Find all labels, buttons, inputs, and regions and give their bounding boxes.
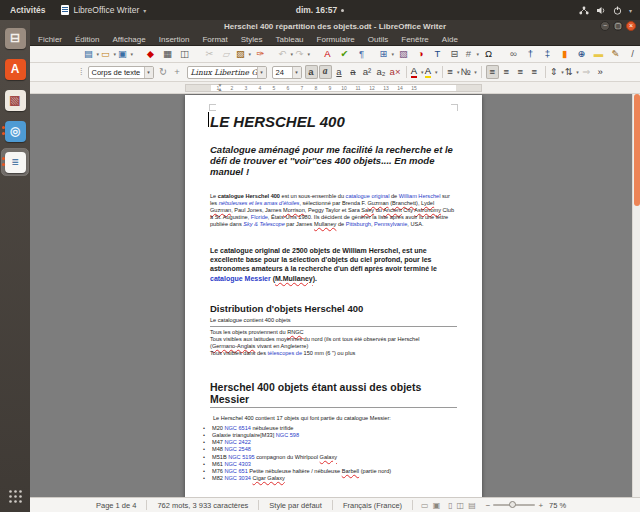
subscript-button[interactable]: a₂	[375, 65, 388, 79]
minimize-button[interactable]: −	[600, 21, 610, 31]
chevron-down-icon[interactable]: ▾	[292, 67, 301, 78]
insert-image-button[interactable]: ▧	[396, 47, 411, 61]
menu-item[interactable]: Styles	[241, 35, 263, 44]
justify-button[interactable]: ≡	[528, 65, 541, 79]
new-document-button[interactable]: ▤	[84, 47, 99, 61]
paragraph-spacing-button[interactable]: ⇅	[565, 65, 579, 79]
export-pdf-button[interactable]: ◆	[143, 47, 158, 61]
files-icon[interactable]: ⊟	[2, 25, 28, 51]
save-state-icon[interactable]: ▣	[433, 501, 441, 510]
zoom-in-button[interactable]: +	[538, 501, 543, 510]
word-count-status[interactable]: 762 mots, 3 933 caractères	[147, 501, 258, 510]
maximize-button[interactable]: ▢	[613, 21, 623, 31]
insert-line-button[interactable]: /	[625, 47, 640, 61]
print-preview-button[interactable]: ◫	[177, 47, 192, 61]
insert-field-button[interactable]: #	[464, 47, 479, 61]
align-center-button[interactable]: ≡	[500, 65, 513, 79]
close-button[interactable]: ×	[626, 21, 636, 31]
menu-item[interactable]: Outils	[368, 35, 388, 44]
menu-item[interactable]: Édition	[75, 35, 99, 44]
libreoffice-writer-icon[interactable]: ≡	[2, 149, 28, 175]
page-count-status[interactable]: Page 1 de 4	[86, 501, 146, 510]
formatting-marks-button[interactable]: ¶	[354, 47, 369, 61]
bookmark-button[interactable]: ▮	[557, 47, 572, 61]
save-button[interactable]: ▣	[118, 47, 133, 61]
new-style-button[interactable]: +	[171, 65, 184, 79]
underline-button[interactable]: a	[333, 65, 346, 79]
book-view-icon[interactable]: ▤	[468, 501, 476, 510]
clone-formatting-button[interactable]: ✑	[253, 47, 268, 61]
menu-item[interactable]: Fichier	[38, 35, 62, 44]
indent-marker-icon[interactable]: ▼▲	[216, 83, 224, 91]
menu-item[interactable]: Formulaire	[317, 35, 355, 44]
redo-button[interactable]: ↷	[295, 47, 310, 61]
zoom-level[interactable]: 75 %	[549, 501, 566, 510]
strikethrough-button[interactable]: a	[347, 65, 360, 79]
highlight-color-button[interactable]: A	[425, 65, 438, 79]
paste-button[interactable]: ▨	[236, 47, 251, 61]
line-spacing-button[interactable]: ⇕	[550, 65, 564, 79]
vertical-scrollbar[interactable]	[632, 94, 640, 497]
language-status[interactable]: Français (France)	[333, 501, 412, 510]
toolbar-handle[interactable]: ⁞	[80, 67, 82, 77]
insert-footnote-button[interactable]: †	[523, 47, 538, 61]
font-size-combo[interactable]: 24 ▾	[272, 66, 302, 79]
numbered-list-button[interactable]: №	[461, 65, 477, 79]
zoom-out-button[interactable]: −	[486, 501, 491, 510]
superscript-button[interactable]: a²	[361, 65, 374, 79]
chevron-down-icon[interactable]: ▾	[144, 67, 153, 78]
menu-item[interactable]: Tableau	[276, 35, 304, 44]
bold-button[interactable]: a	[305, 65, 318, 79]
title-bar[interactable]: Herschel 400 répartition des objets.odt …	[30, 20, 640, 33]
page-break-button[interactable]: ⊟	[447, 47, 462, 61]
menu-item[interactable]: Insertion	[159, 35, 190, 44]
menu-item[interactable]: Affichage	[112, 35, 145, 44]
chevron-down-icon[interactable]: ▾	[257, 67, 266, 78]
print-button[interactable]: ▦	[160, 47, 175, 61]
italic-button[interactable]: a	[319, 65, 332, 79]
font-name-combo[interactable]: Linux Libertine G ▾	[187, 66, 267, 79]
undo-button[interactable]: ↶	[278, 47, 293, 61]
photos-icon[interactable]: ▧	[2, 87, 28, 113]
insert-textbox-button[interactable]: T	[430, 47, 445, 61]
open-button[interactable]: ▭	[101, 47, 116, 61]
insert-comment-button[interactable]: ▬	[591, 47, 606, 61]
app-menu[interactable]: LibreOffice Writer ▾	[55, 5, 152, 15]
font-color-button[interactable]: A	[411, 65, 424, 79]
clear-formatting-button[interactable]: a×	[389, 65, 402, 79]
menu-item[interactable]: Format	[202, 35, 227, 44]
indent-button[interactable]: ⇒	[580, 65, 593, 79]
special-character-button[interactable]: Ω	[481, 47, 496, 61]
system-tray[interactable]: ▾	[579, 6, 640, 15]
copy-button[interactable]: ▱	[219, 47, 234, 61]
activities-button[interactable]: Activités	[0, 5, 55, 15]
clock-label[interactable]: dim. 16:57	[296, 5, 338, 15]
document-page[interactable]: LE HERSCHEL 400 Catalogue aménagé pour m…	[185, 95, 482, 497]
auto-spellcheck-button[interactable]: ✔	[337, 47, 352, 61]
scrollbar-thumb[interactable]	[634, 94, 640, 206]
zoom-slider[interactable]	[493, 504, 535, 506]
cross-reference-button[interactable]: ⊕	[574, 47, 589, 61]
insert-endnote-button[interactable]: ‡	[540, 47, 555, 61]
menu-item[interactable]: Aide	[442, 35, 458, 44]
chromium-icon[interactable]: ◎	[2, 118, 28, 144]
show-applications-icon[interactable]	[8, 489, 23, 504]
menu-item[interactable]: Fenêtre	[401, 35, 429, 44]
track-changes-button[interactable]: ✎	[608, 47, 623, 61]
single-page-view-icon[interactable]: ▯	[448, 501, 452, 510]
toolbar-overflow-button[interactable]: »	[594, 65, 607, 79]
bullet-list-button[interactable]: ≡	[447, 65, 460, 79]
page-style-status[interactable]: Style par défaut	[259, 501, 332, 510]
update-style-button[interactable]: ↻	[157, 65, 170, 79]
spelling-button[interactable]: A	[320, 47, 335, 61]
align-right-button[interactable]: ≡	[514, 65, 527, 79]
insert-table-button[interactable]: ⊞	[379, 47, 394, 61]
selection-mode-icon[interactable]: ▭	[421, 501, 429, 510]
zoom-slider-thumb[interactable]	[509, 501, 516, 508]
horizontal-ruler[interactable]: 123456789101112131415 ▼▲	[30, 82, 640, 94]
multi-page-view-icon[interactable]: ◫	[457, 501, 465, 510]
align-left-button[interactable]: ≡	[486, 65, 499, 79]
paragraph-style-combo[interactable]: Corps de texte ▾	[88, 66, 154, 79]
cut-button[interactable]: ✂	[202, 47, 217, 61]
ubuntu-software-icon[interactable]: A	[2, 56, 28, 82]
